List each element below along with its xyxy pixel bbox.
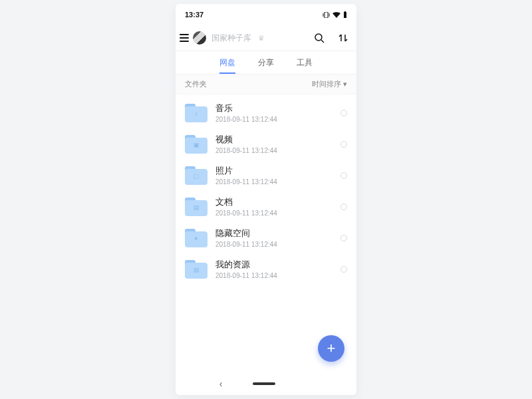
search-icon — [314, 33, 325, 43]
nav-bar: ‹ — [176, 372, 356, 395]
folder-date: 2018-09-11 13:12:44 — [215, 241, 332, 248]
search-button[interactable] — [314, 33, 325, 43]
clock: 13:37 — [185, 11, 203, 19]
folder-date: 2018-09-11 13:12:44 — [215, 209, 332, 217]
transfer-button[interactable] — [338, 33, 348, 43]
svg-point-2 — [315, 34, 322, 41]
device-frame: 13:37 国家种子库 ♛ 网盘 分享 工具 文件夹 时间排序 ▾ ♪ 音乐20… — [176, 4, 356, 395]
username: 国家种子库 — [211, 33, 251, 44]
svg-rect-0 — [344, 12, 346, 18]
sort-button[interactable]: 时间排序 ▾ — [312, 79, 347, 89]
folder-icon: ♪ — [185, 104, 207, 122]
transfer-icon — [338, 33, 348, 43]
list-item[interactable]: ▤ 文档2018-09-11 13:12:44 — [176, 191, 356, 222]
add-button[interactable]: + — [318, 335, 344, 362]
folder-list: ♪ 音乐2018-09-11 13:12:44 ▣ 视频2018-09-11 1… — [176, 94, 356, 372]
back-button[interactable]: ‹ — [219, 378, 223, 389]
folder-name: 我的资源 — [215, 259, 332, 271]
svg-line-3 — [321, 40, 324, 43]
home-pill[interactable] — [253, 382, 275, 385]
tab-share[interactable]: 分享 — [258, 51, 274, 74]
folder-name: 文档 — [215, 196, 332, 208]
menu-button[interactable] — [180, 34, 189, 42]
folder-icon: ▤ — [185, 198, 207, 216]
select-radio[interactable] — [340, 235, 347, 241]
select-radio[interactable] — [340, 203, 347, 210]
folder-name: 照片 — [215, 165, 332, 177]
section-label: 文件夹 — [185, 79, 207, 89]
tab-tools[interactable]: 工具 — [297, 51, 313, 74]
folder-icon: ▤ — [185, 260, 207, 279]
list-item[interactable]: ✦ 隐藏空间2018-09-11 13:12:44 — [176, 222, 356, 253]
vibrate-icon — [323, 12, 330, 18]
folder-icon: ✦ — [185, 229, 207, 247]
folder-icon: ▢ — [185, 166, 207, 185]
section-header: 文件夹 时间排序 ▾ — [176, 74, 356, 94]
folder-icon: ▣ — [185, 135, 207, 154]
plus-icon: + — [327, 340, 336, 357]
folder-date: 2018-09-11 13:12:44 — [215, 272, 332, 279]
vip-icon: ♛ — [258, 34, 265, 43]
folder-name: 隐藏空间 — [215, 227, 332, 239]
wifi-icon — [332, 12, 340, 18]
select-radio[interactable] — [340, 110, 347, 116]
toolbar: 国家种子库 ♛ — [176, 25, 356, 51]
avatar[interactable] — [193, 31, 206, 45]
select-radio[interactable] — [340, 172, 347, 179]
select-radio[interactable] — [340, 141, 347, 148]
folder-date: 2018-09-11 13:12:44 — [215, 116, 332, 123]
folder-date: 2018-09-11 13:12:44 — [215, 147, 332, 154]
tab-cloud[interactable]: 网盘 — [219, 51, 235, 74]
status-icons — [323, 11, 347, 18]
select-radio[interactable] — [340, 266, 347, 273]
list-item[interactable]: ▤ 我的资源2018-09-11 13:12:44 — [176, 253, 356, 285]
battery-icon — [343, 11, 347, 18]
folder-date: 2018-09-11 13:12:44 — [215, 178, 332, 186]
list-item[interactable]: ▢ 照片2018-09-11 13:12:44 — [176, 160, 356, 191]
folder-name: 音乐 — [215, 102, 332, 114]
list-item[interactable]: ▣ 视频2018-09-11 13:12:44 — [176, 128, 356, 160]
status-bar: 13:37 — [176, 4, 356, 25]
list-item[interactable]: ♪ 音乐2018-09-11 13:12:44 — [176, 97, 356, 128]
svg-rect-1 — [344, 11, 346, 12]
tabs: 网盘 分享 工具 — [176, 51, 356, 74]
folder-name: 视频 — [215, 134, 332, 146]
